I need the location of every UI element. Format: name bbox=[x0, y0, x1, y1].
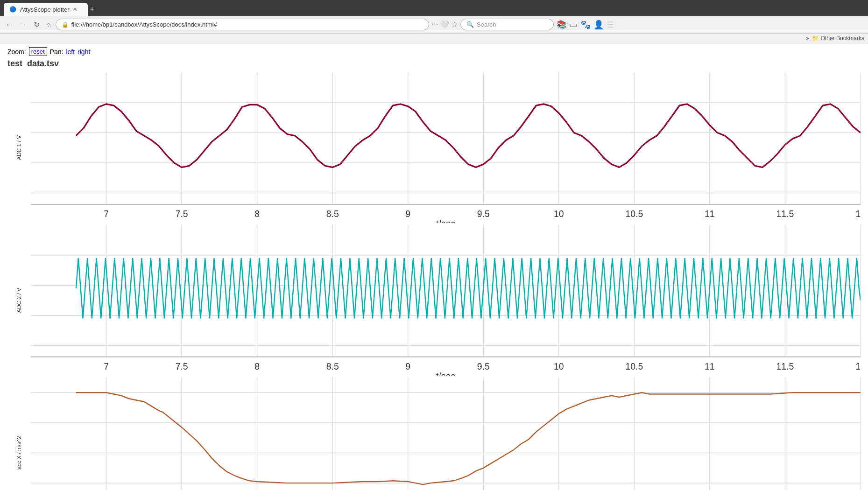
more-options-button[interactable]: ··· bbox=[432, 21, 438, 29]
chart-adc2-wrapper: ADC 2 / V bbox=[7, 225, 861, 376]
chart-adc2: ADC 2 / V bbox=[7, 225, 861, 376]
tab-close-button[interactable]: × bbox=[73, 6, 77, 13]
zoom-reset-button[interactable]: reset bbox=[29, 47, 47, 56]
chart-adc1-wrapper: ADC 1 / V bbox=[7, 72, 861, 223]
svg-text:7.5: 7.5 bbox=[176, 361, 188, 371]
svg-text:7.5: 7.5 bbox=[176, 209, 188, 219]
chart-accx-svg: 0 -5 -10 7 7.5 8 8.5 9 9.5 10 10.5 11 11… bbox=[31, 378, 861, 490]
url-text: file:///home/bp1/sandbox/AttysScope/docs… bbox=[71, 21, 423, 28]
other-bookmarks[interactable]: 📁 Other Bookmarks bbox=[812, 35, 864, 42]
bookmark-heart-icon[interactable]: 🤍 bbox=[440, 20, 449, 29]
svg-text:8: 8 bbox=[254, 209, 260, 219]
account-icon[interactable]: 👤 bbox=[593, 20, 604, 30]
tab-title: AttysScope plotter bbox=[20, 6, 70, 13]
svg-text:t/sec: t/sec bbox=[436, 371, 455, 376]
chart-accx-ylabel: acc X / m/s^2 bbox=[7, 378, 31, 490]
reload-button[interactable]: ↻ bbox=[32, 19, 42, 30]
bookmark-star-icon[interactable]: ☆ bbox=[451, 20, 458, 29]
nav-actions: ··· 🤍 ☆ bbox=[432, 20, 458, 29]
svg-text:11: 11 bbox=[705, 361, 715, 371]
menu-icon[interactable]: ☰ bbox=[607, 20, 614, 30]
chart-adc1-svg: 1 0 -1 -2 7 7.5 8 8.5 9 9.5 10 10.5 11 1… bbox=[31, 72, 861, 223]
chart-adc1-area: 1 0 -1 -2 7 7.5 8 8.5 9 9.5 10 10.5 11 1… bbox=[31, 72, 861, 223]
chart-accx-wrapper: acc X / m/s^2 bbox=[7, 378, 861, 490]
svg-text:8.5: 8.5 bbox=[326, 361, 339, 371]
svg-text:11.5: 11.5 bbox=[776, 209, 794, 219]
browser-chrome: 🔵 AttysScope plotter × + ← → ↻ ⌂ 🔒 file:… bbox=[0, 0, 868, 43]
chart-adc2-area: 1 0 -1 -2 7 7.5 8 8.5 9 9.5 10 10.5 11 1… bbox=[31, 225, 861, 376]
url-bar[interactable]: 🔒 file:///home/bp1/sandbox/AttysScope/do… bbox=[56, 19, 429, 30]
chart-accx: acc X / m/s^2 bbox=[7, 378, 861, 490]
bookmarks-label: Other Bookmarks bbox=[821, 35, 864, 42]
file-title: test_data.tsv bbox=[7, 59, 861, 69]
tab-bar: 🔵 AttysScope plotter × + bbox=[0, 0, 868, 16]
bookmarks-chevron-icon[interactable]: » bbox=[806, 35, 809, 42]
svg-text:12: 12 bbox=[855, 361, 861, 371]
library-icon[interactable]: 📚 bbox=[557, 20, 567, 30]
search-bar[interactable]: 🔍 Search bbox=[460, 19, 554, 30]
zoom-label: Zoom: bbox=[7, 48, 26, 56]
svg-text:11: 11 bbox=[705, 209, 715, 219]
nav-bar: ← → ↻ ⌂ 🔒 file:///home/bp1/sandbox/Attys… bbox=[0, 16, 868, 34]
zoom-pan-bar: Zoom: reset Pan: left right bbox=[7, 47, 861, 56]
svg-text:t/sec: t/sec bbox=[436, 218, 455, 223]
svg-text:9.5: 9.5 bbox=[477, 361, 490, 371]
pan-label: Pan: bbox=[50, 48, 64, 56]
folder-icon: 📁 bbox=[812, 35, 819, 42]
chart-adc2-ylabel: ADC 2 / V bbox=[7, 225, 31, 376]
tab-favicon: 🔵 bbox=[9, 6, 16, 13]
url-security-icon: 🔒 bbox=[62, 21, 69, 28]
svg-text:9: 9 bbox=[405, 209, 410, 219]
search-icon: 🔍 bbox=[466, 21, 474, 28]
svg-text:9.5: 9.5 bbox=[477, 209, 490, 219]
svg-text:10: 10 bbox=[554, 209, 564, 219]
svg-text:11.5: 11.5 bbox=[776, 361, 794, 371]
bookmarks-bar: » 📁 Other Bookmarks bbox=[0, 34, 868, 43]
svg-text:8: 8 bbox=[254, 361, 260, 371]
sidebar-icon[interactable]: ▭ bbox=[570, 20, 578, 30]
forward-button[interactable]: → bbox=[18, 20, 29, 30]
chart-adc1: ADC 1 / V bbox=[7, 72, 861, 223]
svg-text:9: 9 bbox=[405, 361, 410, 371]
home-button[interactable]: ⌂ bbox=[44, 20, 53, 30]
svg-text:10: 10 bbox=[554, 361, 564, 371]
paw-icon[interactable]: 🐾 bbox=[580, 20, 591, 30]
chart-adc1-ylabel: ADC 1 / V bbox=[7, 72, 31, 223]
pan-left-link[interactable]: left bbox=[66, 48, 75, 56]
page-content: Zoom: reset Pan: left right test_data.ts… bbox=[0, 43, 868, 490]
svg-text:8.5: 8.5 bbox=[326, 209, 339, 219]
svg-text:10.5: 10.5 bbox=[625, 361, 643, 371]
chart-adc2-svg: 1 0 -1 -2 7 7.5 8 8.5 9 9.5 10 10.5 11 1… bbox=[31, 225, 861, 376]
chart-accx-area: 0 -5 -10 7 7.5 8 8.5 9 9.5 10 10.5 11 11… bbox=[31, 378, 861, 490]
svg-text:7: 7 bbox=[104, 209, 109, 219]
active-tab[interactable]: 🔵 AttysScope plotter × bbox=[4, 3, 88, 16]
new-tab-button[interactable]: + bbox=[90, 5, 95, 14]
svg-text:7: 7 bbox=[104, 361, 109, 371]
svg-text:10.5: 10.5 bbox=[625, 209, 643, 219]
svg-text:12: 12 bbox=[855, 209, 861, 219]
back-button[interactable]: ← bbox=[4, 20, 15, 30]
pan-right-link[interactable]: right bbox=[78, 48, 90, 56]
search-placeholder-text: Search bbox=[477, 21, 496, 28]
